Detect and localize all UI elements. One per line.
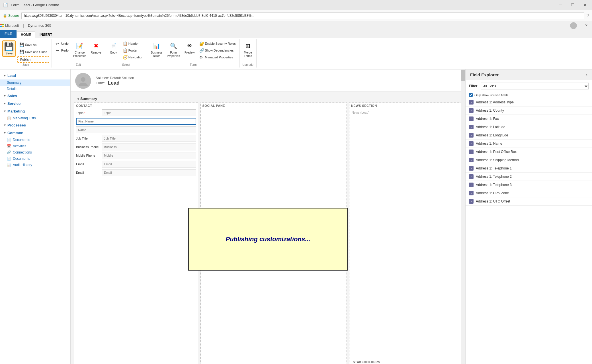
maximize-button[interactable]: □ [570, 2, 576, 8]
activities-icon: 📅 [7, 144, 11, 148]
nav-item-audit-history[interactable]: 📊 Audit History [0, 162, 70, 168]
undo-button[interactable]: ↩ Undo [54, 40, 71, 47]
nav-item-marketing-lists[interactable]: 📋 Marketing Lists [0, 115, 70, 121]
nav-section-sales[interactable]: ▼ Sales [0, 92, 70, 100]
show-dependencies-button[interactable]: 🔗 Show Dependencies [197, 47, 238, 54]
save-and-close-button[interactable]: 💾 Save and Close [17, 49, 49, 55]
publish-button[interactable]: Publish [17, 56, 49, 63]
name-input[interactable] [76, 126, 196, 133]
jobtitle-field-row: Job Title [74, 134, 198, 143]
mobilephone-input[interactable] [102, 152, 196, 159]
body-button[interactable]: 📄 Body [107, 40, 120, 55]
nav-item-activities[interactable]: 📅 Activities [0, 143, 70, 149]
field-name: Address 1: County [476, 109, 504, 113]
user-avatar[interactable] [570, 22, 577, 29]
nav-item-details[interactable]: Details [0, 86, 70, 92]
nav-section-common[interactable]: ▼ Common [0, 129, 70, 137]
list-item[interactable]: ▪ Address 1: Address Type [466, 98, 592, 107]
summary-arrow-icon: ◄ [76, 97, 79, 100]
undo-icon: ↩ [56, 41, 60, 46]
help-icon[interactable]: ? [587, 13, 589, 18]
browser-controls: ─ □ ✕ [557, 2, 589, 8]
field-explorer-header: Field Explorer › [466, 69, 592, 80]
social-pane-label: SOCIAL PANE [201, 103, 347, 109]
list-item[interactable]: ▪ Address 1: UPS Zone [466, 189, 592, 197]
tab-insert[interactable]: INSERT [35, 31, 56, 38]
list-item[interactable]: ▪ Address 1: County [466, 107, 592, 115]
unused-fields-checkbox[interactable] [469, 93, 473, 97]
remove-button[interactable]: ✖ Remove [89, 40, 103, 55]
close-button[interactable]: ✕ [581, 2, 589, 8]
navigation-button[interactable]: 🧭 Navigation [121, 54, 145, 60]
topic-input[interactable] [102, 109, 196, 116]
help-button[interactable]: ? [585, 23, 587, 28]
bizphone-field-row: Business Phone [74, 143, 198, 151]
list-item[interactable]: ▪ Address 1: Name [466, 140, 592, 148]
header-icon: 📋 [123, 41, 127, 46]
marketing-label: Marketing [7, 109, 25, 113]
nav-item-documents2[interactable]: 📄 Documents [0, 156, 70, 162]
form-properties-button[interactable]: 🔍 FormProperties [165, 40, 182, 59]
minimize-button[interactable]: ─ [557, 2, 564, 8]
filter-select[interactable]: All Fields [481, 83, 589, 89]
svg-point-0 [81, 77, 85, 82]
news-placeholder: News (Lead) [349, 109, 462, 116]
save-icon: 💾 [4, 42, 14, 52]
nav-section-lead[interactable]: ▼ Lead [0, 72, 70, 79]
tab-home[interactable]: HOME [17, 31, 35, 38]
nav-section-marketing[interactable]: ▼ Marketing [0, 107, 70, 115]
form-scrollbar[interactable] [461, 91, 465, 364]
tab-file[interactable]: FILE [0, 30, 17, 38]
list-item[interactable]: ▪ Address 1: Post Office Box [466, 148, 592, 156]
merge-forms-button[interactable]: ⊞ MergeForms [241, 40, 255, 59]
change-props-label: ChangeProperties [73, 51, 86, 58]
change-properties-button[interactable]: 📝 ChangeProperties [71, 40, 88, 59]
save-as-button[interactable]: 💾 Save As [17, 42, 49, 48]
dependencies-label: Show Dependencies [205, 49, 234, 52]
nav-item-summary[interactable]: Summary [0, 79, 70, 86]
bizphone-input[interactable] [102, 144, 196, 150]
service-arrow-icon: ▼ [3, 102, 6, 105]
list-item[interactable]: ▪ Address 1: Longitude [466, 131, 592, 140]
list-item[interactable]: ▪ Address 1: UTC Offset [466, 197, 592, 206]
footer-button[interactable]: 📋 Footer [121, 47, 145, 54]
jobtitle-input[interactable] [102, 135, 196, 142]
secure-badge: 🔒 Secure [3, 14, 19, 18]
list-item[interactable]: ▪ Address 1: Telephone 2 [466, 173, 592, 181]
enable-security-button[interactable]: 🔐 Enable Security Roles [197, 40, 238, 47]
header-button[interactable]: 📋 Header [121, 40, 145, 47]
managed-properties-button[interactable]: ⚙ Managed Properties [197, 54, 238, 60]
news-section-label: News Section [349, 103, 462, 109]
sales-arrow-icon: ▼ [3, 94, 6, 97]
summary-section-label: Summary [80, 97, 97, 101]
nav-item-documents[interactable]: 📄 Documents [0, 137, 70, 143]
list-item[interactable]: ▪ Address 1: Fax [466, 115, 592, 123]
nav-section-service[interactable]: ▼ Service [0, 100, 70, 107]
form-group-label: Form [149, 63, 238, 66]
list-item[interactable]: ▪ Address 1: Shipping Method [466, 156, 592, 164]
form-name-prefix: Form: [96, 81, 105, 85]
secure-label: Secure [8, 14, 19, 18]
navigation-label: Navigation [128, 56, 143, 59]
list-item[interactable]: ▪ Address 1: Latitude [466, 123, 592, 131]
field-item-icon: ▪ [469, 166, 474, 171]
save-button[interactable]: 💾 Save [2, 40, 16, 57]
unused-fields-row: Only show unused fields [466, 92, 592, 98]
email1-input[interactable] [102, 161, 196, 167]
list-item[interactable]: ▪ Address 1: Telephone 1 [466, 164, 592, 173]
field-item-icon: ▪ [469, 100, 474, 105]
business-rules-button[interactable]: 📊 BusinessRules [149, 40, 165, 59]
nav-item-connections[interactable]: 🔗 Connections [0, 149, 70, 156]
list-item[interactable]: ▪ Address 1: Telephone 3 [466, 181, 592, 189]
main-container: ▼ Lead Summary Details ▼ Sales ▼ Service… [0, 69, 592, 364]
firstname-input[interactable] [76, 118, 196, 125]
redo-button[interactable]: ↪ Redo [54, 47, 71, 54]
expand-icon[interactable]: › [586, 73, 587, 77]
field-name: Address 1: Fax [476, 117, 499, 121]
ribbon-group-select: 📄 Body 📋 Header 📋 Footer 🧭 Navigation [105, 39, 147, 68]
nav-section-processes[interactable]: ▼ Processes [0, 121, 70, 129]
preview-button[interactable]: 👁 Preview [183, 40, 197, 55]
address-input[interactable] [21, 12, 584, 19]
browser-favicon-icon: 📄 [3, 3, 8, 7]
email2-input[interactable] [102, 169, 196, 176]
